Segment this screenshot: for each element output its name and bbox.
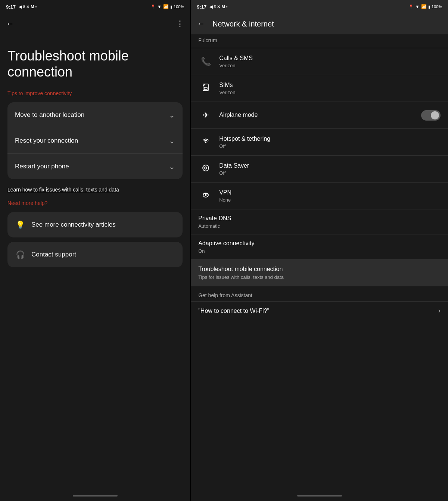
- tip-item-reset[interactable]: Reset your connection ⌄: [7, 128, 183, 154]
- sims-title: SIMs: [219, 81, 441, 89]
- chevron-down-move: ⌄: [169, 111, 175, 119]
- airplane-toggle-knob: [431, 111, 439, 119]
- troubleshoot-subtitle: Tips for issues with calls, texts and da…: [198, 274, 284, 280]
- tip-label-reset: Reset your connection: [15, 137, 78, 144]
- sims-icon-wrap: [198, 81, 213, 96]
- datasaver-title: Data Saver: [219, 162, 441, 170]
- vpn-icon-wrap: [198, 189, 213, 203]
- airplane-text: Airplane mode: [219, 111, 421, 119]
- settings-item-datasaver[interactable]: Data Saver Off: [191, 156, 448, 183]
- hotspot-icon-wrap: [198, 135, 213, 150]
- tip-item-move[interactable]: Move to another location ⌄: [7, 102, 183, 128]
- calls-icon: 📞: [201, 57, 211, 66]
- hotspot-subtitle: Off: [219, 143, 441, 149]
- vpn-icon: [202, 191, 210, 201]
- fulcrum-subtitle: Fulcrum: [198, 37, 441, 43]
- sims-icon: [202, 83, 210, 94]
- left-bottom-bar: [0, 491, 190, 501]
- tip-item-restart[interactable]: Restart your phone ⌄: [7, 154, 183, 179]
- hotspot-text: Hotspot & tethering Off: [219, 135, 441, 149]
- chevron-down-restart: ⌄: [169, 162, 175, 171]
- tip-label-restart: Restart your phone: [15, 163, 69, 170]
- help-section-articles: 💡 See more connectivity articles: [7, 212, 183, 237]
- signal-icon-right: 📶: [421, 4, 427, 9]
- left-panel: 9:17 ◀ # ✕ M • 📍 ▼ 📶 ▮ 100% ← ⋮ Troubles…: [0, 0, 190, 501]
- wifi-icon-left: ▼: [157, 4, 162, 9]
- chevron-right-icon: ›: [438, 307, 441, 315]
- left-status-right: 📍 ▼ 📶 ▮ 100%: [150, 4, 184, 9]
- right-content: Fulcrum 📞 Calls & SMS Verizon: [191, 34, 448, 491]
- vpn-subtitle: None: [219, 197, 441, 203]
- wifi-question-item[interactable]: "How to connect to Wi-Fi?" ›: [191, 301, 448, 320]
- get-help-title: Get help from Assistant: [198, 292, 441, 298]
- signal-icon-left: 📶: [163, 4, 169, 9]
- battery-icon-left: ▮ 100%: [170, 4, 184, 9]
- datasaver-icon-wrap: [198, 162, 213, 177]
- airplane-toggle-wrap[interactable]: [421, 110, 441, 121]
- hotspot-icon: [202, 137, 210, 147]
- learn-link[interactable]: Learn how to fix issues with calls, text…: [7, 187, 183, 193]
- svg-rect-1: [204, 87, 207, 90]
- airplane-icon: ✈: [202, 111, 209, 120]
- settings-item-adaptive[interactable]: Adaptive connectivity On: [191, 234, 448, 259]
- more-button-left[interactable]: ⋮: [176, 19, 184, 29]
- tips-label: Tips to improve connectivity: [7, 90, 183, 96]
- need-help-label: Need more help?: [7, 200, 183, 206]
- calls-title: Calls & SMS: [219, 55, 441, 62]
- location-icon: 📍: [150, 4, 156, 9]
- airplane-title: Airplane mode: [219, 111, 421, 119]
- adaptive-title: Adaptive connectivity: [198, 240, 441, 248]
- help-label-support: Contact support: [31, 251, 76, 258]
- left-status-icons: ◀ # ✕ M •: [19, 4, 37, 9]
- airplane-toggle[interactable]: [421, 110, 441, 121]
- right-status-time: 9:17 ◀ # ✕ M •: [197, 4, 227, 10]
- help-item-articles[interactable]: 💡 See more connectivity articles: [7, 212, 183, 237]
- left-status-bar: 9:17 ◀ # ✕ M • 📍 ▼ 📶 ▮ 100%: [0, 0, 190, 13]
- calls-text: Calls & SMS Verizon: [219, 55, 441, 69]
- right-status-icons: ◀ # ✕ M •: [209, 4, 227, 9]
- calls-icon-wrap: 📞: [198, 54, 213, 69]
- help-item-support[interactable]: 🎧 Contact support: [7, 242, 183, 267]
- datasaver-text: Data Saver Off: [219, 162, 441, 176]
- left-status-time: 9:17 ◀ # ✕ M •: [6, 4, 37, 10]
- settings-item-troubleshoot[interactable]: Troubleshoot mobile connection Tips for …: [191, 259, 448, 287]
- time-left: 9:17: [6, 4, 16, 10]
- adaptive-subtitle: On: [198, 248, 441, 254]
- right-top-bar: ← Network & internet: [191, 13, 448, 34]
- settings-item-vpn[interactable]: VPN None: [191, 183, 448, 209]
- headset-icon: 🎧: [15, 250, 25, 259]
- calls-subtitle: Verizon: [219, 63, 441, 68]
- vpn-text: VPN None: [219, 189, 441, 203]
- settings-item-private-dns[interactable]: Private DNS Automatic: [191, 209, 448, 234]
- get-help-section: Get help from Assistant: [191, 286, 448, 301]
- location-icon-right: 📍: [408, 4, 414, 9]
- home-indicator-right: [297, 495, 342, 497]
- left-top-bar: ← ⋮: [0, 13, 190, 34]
- time-right: 9:17: [197, 4, 206, 10]
- settings-item-hotspot[interactable]: Hotspot & tethering Off: [191, 129, 448, 156]
- right-status-right: 📍 ▼ 📶 ▮ 100%: [408, 4, 442, 9]
- datasaver-icon: [202, 164, 210, 174]
- right-bottom-bar: [191, 491, 448, 501]
- wifi-question-text: "How to connect to Wi-Fi?": [198, 308, 269, 314]
- back-button-left[interactable]: ←: [6, 18, 17, 30]
- right-panel: 9:17 ◀ # ✕ M • 📍 ▼ 📶 ▮ 100% ← Network & …: [191, 0, 448, 501]
- svg-point-2: [205, 141, 206, 143]
- help-label-articles: See more connectivity articles: [31, 221, 116, 228]
- hotspot-title: Hotspot & tethering: [219, 135, 441, 143]
- settings-item-sims[interactable]: SIMs Verizon: [191, 75, 448, 102]
- private-dns-title: Private DNS: [198, 215, 441, 223]
- airplane-icon-wrap: ✈: [198, 108, 213, 123]
- settings-item-calls[interactable]: 📞 Calls & SMS Verizon: [191, 48, 448, 75]
- left-content: Troubleshoot mobile connection Tips to i…: [0, 34, 190, 491]
- datasaver-subtitle: Off: [219, 170, 441, 176]
- troubleshoot-title: Troubleshoot mobile connection: [198, 265, 283, 273]
- wifi-icon-right: ▼: [415, 4, 420, 9]
- back-button-right[interactable]: ←: [197, 18, 208, 30]
- settings-item-airplane[interactable]: ✈ Airplane mode: [191, 102, 448, 129]
- home-indicator-left: [73, 495, 118, 497]
- chevron-down-reset: ⌄: [169, 136, 175, 145]
- sims-subtitle: Verizon: [219, 90, 441, 95]
- private-dns-subtitle: Automatic: [198, 223, 441, 229]
- lightbulb-icon: 💡: [15, 220, 25, 229]
